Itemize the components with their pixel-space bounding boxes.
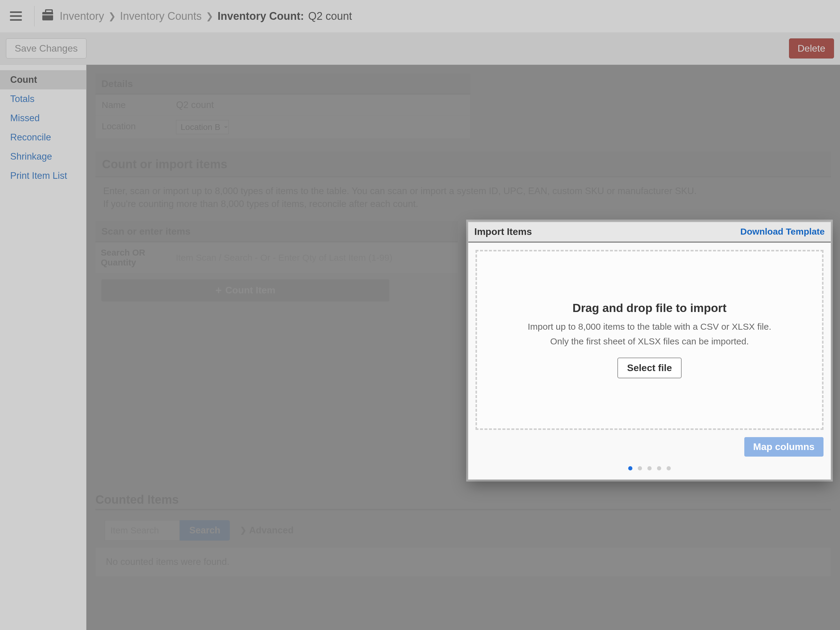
details-location-label: Location xyxy=(96,116,171,138)
scan-header: Scan or enter items xyxy=(95,221,458,242)
details-name-value: Q2 count xyxy=(171,95,470,115)
explain-line-2: If you're counting more than 8,000 types… xyxy=(103,197,823,210)
breadcrumb-inventory[interactable]: Inventory xyxy=(60,10,104,22)
download-template-link[interactable]: Download Template xyxy=(741,226,825,237)
chevron-right-icon: ❯ xyxy=(240,526,246,535)
chevron-right-icon: ❯ xyxy=(206,11,213,21)
sidebar-item-reconcile[interactable]: Reconcile xyxy=(0,128,86,147)
count-import-title: Count or import items xyxy=(95,152,831,177)
breadcrumb: Inventory ❯ Inventory Counts ❯ Inventory… xyxy=(60,10,352,22)
count-item-button[interactable]: + Count Item xyxy=(101,279,389,302)
scan-header-label: Scan or enter items xyxy=(101,226,191,237)
counted-items-section: Counted Items Search ❯ Advanced No count… xyxy=(95,493,831,576)
select-file-button[interactable]: Select file xyxy=(617,358,681,378)
save-button[interactable]: Save Changes xyxy=(6,38,87,58)
main-content: Details Name Q2 count Location Location … xyxy=(87,65,840,630)
count-import-panel: Count or import items Enter, scan or imp… xyxy=(95,152,831,480)
breadcrumb-current-name: Q2 count xyxy=(308,10,352,22)
counted-search-bar: Search ❯ Advanced xyxy=(95,513,831,548)
item-search-input[interactable] xyxy=(105,520,180,541)
sidebar-item-count[interactable]: Count xyxy=(0,70,86,89)
delete-button[interactable]: Delete xyxy=(789,38,834,58)
location-select[interactable]: Location B xyxy=(176,120,229,134)
search-button[interactable]: Search xyxy=(180,520,230,541)
drop-zone-line-1: Import up to 8,000 items to the table wi… xyxy=(528,320,771,333)
counted-items-title: Counted Items xyxy=(95,493,831,510)
scan-field-label: Search OR Quantity xyxy=(95,242,171,273)
count-import-explain: Enter, scan or import up to 8,000 types … xyxy=(95,177,831,221)
scan-panel: Scan or enter items Search OR Quantity +… xyxy=(95,221,458,311)
details-panel: Details Name Q2 count Location Location … xyxy=(95,74,471,139)
scan-input[interactable] xyxy=(171,242,458,273)
count-item-label: Count Item xyxy=(225,285,275,296)
drop-zone-line-2: Only the first sheet of XLSX files can b… xyxy=(550,335,749,348)
step-dot-4[interactable] xyxy=(657,466,661,471)
sidebar-item-print[interactable]: Print Item List xyxy=(0,166,86,185)
drop-zone[interactable]: Drag and drop file to import Import up t… xyxy=(475,250,824,430)
import-panel: Import Items Download Template Drag and … xyxy=(468,221,831,480)
details-name-label: Name xyxy=(96,95,171,115)
step-dot-5[interactable] xyxy=(666,466,671,471)
sidebar-item-shrinkage[interactable]: Shrinkage xyxy=(0,147,86,166)
counted-empty-state: No counted items were found. xyxy=(95,548,831,576)
import-header-label: Import Items xyxy=(474,226,532,237)
sidebar-item-missed[interactable]: Missed xyxy=(0,109,86,128)
plus-icon: + xyxy=(215,284,222,297)
top-bar: Inventory ❯ Inventory Counts ❯ Inventory… xyxy=(0,0,840,32)
briefcase-icon xyxy=(42,12,53,21)
explain-line-1: Enter, scan or import up to 8,000 types … xyxy=(103,185,823,197)
advanced-toggle[interactable]: ❯ Advanced xyxy=(240,525,294,536)
step-dots xyxy=(468,463,831,479)
chevron-right-icon: ❯ xyxy=(108,11,116,21)
action-bar: Save Changes Delete xyxy=(0,32,840,65)
breadcrumb-current-prefix: Inventory Count: xyxy=(218,10,304,22)
step-dot-2[interactable] xyxy=(638,466,642,471)
map-columns-button[interactable]: Map columns xyxy=(744,437,824,456)
hamburger-button[interactable] xyxy=(5,6,27,27)
details-header: Details xyxy=(95,74,471,95)
breadcrumb-inventory-counts[interactable]: Inventory Counts xyxy=(120,10,202,22)
drop-zone-title: Drag and drop file to import xyxy=(572,302,726,315)
step-dot-1[interactable] xyxy=(628,466,632,471)
advanced-label: Advanced xyxy=(249,525,294,536)
step-dot-3[interactable] xyxy=(647,466,652,471)
hamburger-icon xyxy=(10,11,22,21)
sidebar-item-totals[interactable]: Totals xyxy=(0,89,86,109)
vertical-divider xyxy=(34,6,35,27)
sidebar: Count Totals Missed Reconcile Shrinkage … xyxy=(0,65,87,630)
